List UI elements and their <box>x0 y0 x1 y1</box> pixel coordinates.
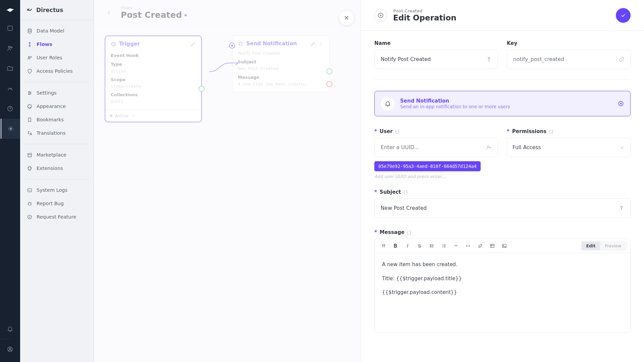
sidebar-label: Settings <box>37 90 56 96</box>
name-input[interactable] <box>374 50 498 69</box>
nav-account[interactable] <box>0 341 20 357</box>
nav-help[interactable] <box>0 99 20 119</box>
sidebar-item-extensions[interactable]: Extensions <box>23 162 90 174</box>
sidebar-label: Extensions <box>37 166 63 171</box>
message-line: A new item has been created. <box>382 260 623 269</box>
subject-label: Subject <box>380 189 401 195</box>
raw-toggle[interactable]: {} <box>395 129 400 134</box>
tb-link[interactable] <box>475 241 485 251</box>
svg-point-1 <box>8 46 10 48</box>
tb-quote[interactable] <box>450 241 461 251</box>
svg-point-4 <box>10 128 11 129</box>
sidebar-label: Appearance <box>37 104 66 109</box>
done-button[interactable] <box>616 8 631 23</box>
bell-icon <box>381 97 395 111</box>
svg-point-2 <box>11 47 12 48</box>
user-input[interactable] <box>374 138 498 157</box>
operation-type-banner: Send Notification Send an in-app notific… <box>374 91 631 116</box>
brand-logo <box>5 5 15 15</box>
nav-settings[interactable] <box>1 119 20 139</box>
sidebar-item-bookmarks[interactable]: Bookmarks <box>23 114 90 126</box>
tb-code[interactable] <box>463 241 473 251</box>
permissions-select[interactable]: Full Access <box>507 138 631 157</box>
nav-users[interactable] <box>0 38 20 58</box>
sidebar-label: Access Policies <box>37 68 73 74</box>
editor-view-segment: Edit Preview <box>581 241 627 251</box>
svg-point-7 <box>28 29 32 30</box>
svg-point-10 <box>29 91 29 92</box>
sidebar-item-user-roles[interactable]: User Roles <box>23 52 90 64</box>
user-chip[interactable]: 05e79e92-95a3-4aed-810f-664d57d124a4 <box>374 161 481 171</box>
tb-strike[interactable]: S <box>414 241 425 251</box>
user-input-field[interactable] <box>380 144 486 151</box>
sidebar-item-marketplace[interactable]: Marketplace <box>23 149 90 161</box>
key-input[interactable] <box>507 50 631 69</box>
sidebar-item-data-model[interactable]: Data Model <box>23 25 90 37</box>
raw-toggle[interactable]: {} <box>403 190 408 195</box>
svg-point-23 <box>488 146 489 147</box>
panel-crumb: Post Created <box>393 9 457 13</box>
nav-rail <box>0 0 20 362</box>
subject-input[interactable] <box>374 198 631 218</box>
name-input-field[interactable] <box>380 56 486 63</box>
sidebar-label: Marketplace <box>37 152 66 158</box>
editor-textarea[interactable]: A new item has been created. Title: {{$t… <box>375 253 630 333</box>
editor-preview-tab[interactable]: Preview <box>600 242 626 250</box>
text-format-icon[interactable] <box>486 56 492 63</box>
canvas-dim-overlay <box>94 0 361 362</box>
nav-content[interactable] <box>0 18 20 38</box>
subject-input-field[interactable] <box>380 205 618 212</box>
svg-rect-14 <box>28 188 32 192</box>
message-line: Title: {{$trigger.payload.title}} <box>382 275 623 283</box>
close-panel-button[interactable] <box>339 10 354 25</box>
raw-toggle[interactable]: {} <box>548 129 554 134</box>
sidebar-item-request-feature[interactable]: Request Feature <box>23 211 90 223</box>
brand-name: Directus <box>36 7 63 13</box>
raw-toggle[interactable]: {} <box>407 230 412 235</box>
sidebar-item-access-policies[interactable]: Access Policies <box>23 65 90 77</box>
message-label: Message <box>380 229 405 235</box>
svg-rect-0 <box>8 26 12 30</box>
permissions-value: Full Access <box>513 144 541 150</box>
message-editor: B I S 123 Edit Preview <box>374 239 631 333</box>
editor-toolbar: B I S 123 Edit Preview <box>375 239 630 253</box>
flow-canvas: Flows Post Created Trigger Event Hook Ty… <box>94 0 361 362</box>
svg-point-9 <box>30 56 31 57</box>
tb-italic[interactable]: I <box>402 241 413 251</box>
sidebar-item-flows[interactable]: Flows <box>23 38 90 50</box>
tb-table[interactable] <box>487 241 497 251</box>
tb-image[interactable] <box>499 241 509 251</box>
user-label: User <box>380 128 393 134</box>
editor-edit-tab[interactable]: Edit <box>582 242 600 250</box>
svg-point-32 <box>503 245 504 246</box>
text-format-icon[interactable] <box>618 205 625 212</box>
settings-sidebar: Directus Data Model Flows User Roles Acc… <box>20 0 94 362</box>
pick-user-icon[interactable] <box>486 144 492 151</box>
tb-ordered-list[interactable]: 123 <box>438 241 449 251</box>
sidebar-item-system-logs[interactable]: System Logs <box>23 184 90 196</box>
permissions-label: Permissions <box>512 128 546 134</box>
svg-point-11 <box>30 93 31 93</box>
sidebar-item-translations[interactable]: Translations <box>23 127 90 139</box>
sidebar-label: Request Feature <box>37 214 76 220</box>
panel-title: Edit Operation <box>393 13 457 22</box>
svg-point-6 <box>9 348 11 350</box>
nav-files[interactable] <box>0 58 20 78</box>
clear-operation-button[interactable] <box>618 100 624 107</box>
nav-insights[interactable] <box>0 78 20 99</box>
sidebar-item-report-bug[interactable]: Report Bug <box>23 197 90 209</box>
user-hint: Add user UUID and press enter... <box>374 174 498 179</box>
sidebar-item-appearance[interactable]: Appearance <box>23 100 90 112</box>
sidebar-item-settings[interactable]: Settings <box>23 87 90 99</box>
svg-point-15 <box>29 202 31 205</box>
svg-text:3: 3 <box>442 246 443 248</box>
edit-operation-panel: Post Created Edit Operation Name Key <box>361 0 644 362</box>
sidebar-label: Bookmarks <box>37 117 64 122</box>
tb-heading[interactable] <box>378 241 389 251</box>
tb-bold[interactable]: B <box>390 241 401 251</box>
key-input-field[interactable] <box>513 56 618 63</box>
link-icon[interactable] <box>618 56 625 63</box>
svg-rect-30 <box>490 244 494 248</box>
nav-notifications[interactable] <box>0 321 20 337</box>
tb-bullet-list[interactable] <box>426 241 437 251</box>
